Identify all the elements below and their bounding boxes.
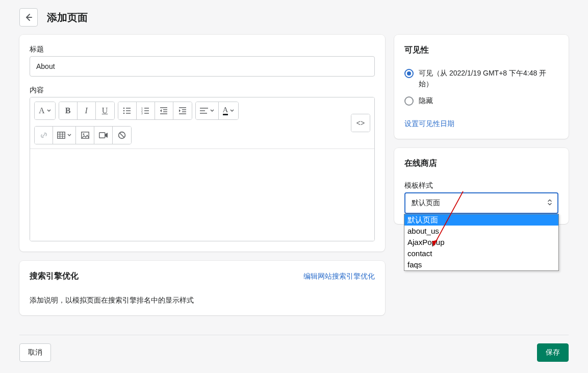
edit-seo-link[interactable]: 编辑网站搜索引擎优化 (303, 272, 375, 281)
outdent-button[interactable] (155, 102, 173, 119)
chevron-down-icon (230, 109, 234, 112)
template-label: 模板样式 (404, 181, 558, 190)
seo-description: 添加说明，以模拟页面在搜索引擎排名中的显示样式 (30, 296, 375, 305)
indent-icon (178, 107, 187, 115)
chevron-down-icon (67, 134, 71, 137)
page-title: 添加页面 (47, 11, 88, 24)
clear-format-button[interactable] (113, 127, 131, 144)
chevron-down-icon (210, 109, 214, 112)
content-label: 内容 (30, 86, 375, 95)
svg-rect-31 (99, 133, 105, 138)
table-dropdown[interactable] (53, 127, 76, 144)
align-left-icon (200, 108, 208, 114)
indent-button[interactable] (173, 102, 192, 119)
svg-text:3: 3 (141, 112, 143, 115)
heading-dropdown[interactable]: A (35, 102, 55, 119)
svg-rect-24 (58, 132, 65, 138)
save-button[interactable]: 保存 (537, 343, 569, 362)
svg-point-3 (123, 113, 125, 114)
text-color-dropdown[interactable]: A (219, 102, 239, 119)
table-icon (57, 132, 65, 139)
align-dropdown[interactable] (196, 102, 219, 119)
template-option[interactable]: faqs (404, 259, 558, 270)
visibility-hidden-option[interactable]: 隐藏 (404, 95, 558, 106)
template-option[interactable]: AjaxPopup (404, 237, 558, 248)
link-icon (40, 131, 48, 139)
title-label: 标题 (30, 45, 375, 54)
html-view-button[interactable]: <> (351, 114, 370, 132)
template-select[interactable]: 默认页面 (404, 192, 558, 214)
svg-point-2 (123, 110, 125, 112)
seo-title: 搜索引擎优化 (30, 271, 79, 282)
italic-button[interactable]: I (78, 102, 96, 119)
content-card: 标题 内容 A B I (19, 35, 385, 252)
hidden-label: 隐藏 (419, 95, 433, 106)
svg-point-30 (83, 134, 84, 135)
template-dropdown: 默认页面 about_us AjaxPopup contact faqs (404, 214, 559, 271)
select-sort-icon (547, 199, 552, 208)
visibility-visible-option[interactable]: 可见（从 2022/1/19 GMT+8 下午4:48 开始） (404, 68, 558, 89)
svg-line-33 (120, 133, 124, 138)
template-option[interactable]: 默认页面 (404, 214, 558, 226)
link-button[interactable] (35, 127, 53, 144)
video-button[interactable] (94, 127, 113, 144)
ordered-list-button[interactable]: 123 (137, 102, 155, 119)
video-icon (99, 132, 108, 138)
page-header: 添加页面 (0, 0, 588, 35)
bullet-list-button[interactable] (118, 102, 137, 119)
footer-actions: 取消 保存 (19, 335, 569, 362)
editor-toolbar: A B I U (30, 97, 374, 149)
outdent-icon (160, 107, 168, 115)
rich-text-editor: A B I U (30, 97, 375, 241)
heading-letter: A (39, 106, 45, 115)
radio-unchecked-icon (404, 96, 414, 106)
template-option[interactable]: about_us (404, 226, 558, 237)
editor-body[interactable] (30, 149, 374, 241)
online-store-card: 在线商店 模板样式 默认页面 默认页面 about_us AjaxPopup c… (394, 148, 569, 224)
template-option[interactable]: contact (404, 248, 558, 259)
bullet-list-icon (123, 107, 131, 115)
template-selected-value: 默认页面 (412, 198, 440, 208)
svg-point-1 (123, 108, 125, 109)
cancel-button[interactable]: 取消 (19, 343, 51, 362)
seo-card: 搜索引擎优化 编辑网站搜索引擎优化 添加说明，以模拟页面在搜索引擎排名中的显示样… (19, 261, 385, 315)
clear-format-icon (118, 131, 126, 139)
underline-button[interactable]: U (96, 102, 114, 119)
visibility-card: 可见性 可见（从 2022/1/19 GMT+8 下午4:48 开始） 隐藏 设… (394, 35, 569, 139)
visibility-title: 可见性 (404, 45, 558, 56)
radio-checked-icon (404, 69, 414, 78)
title-input[interactable] (30, 56, 375, 77)
back-button[interactable] (19, 8, 38, 27)
visible-label: 可见（从 2022/1/19 GMT+8 下午4:48 开始） (419, 68, 558, 89)
online-store-title: 在线商店 (404, 158, 558, 169)
ordered-list-icon: 123 (141, 107, 149, 115)
set-visibility-date-link[interactable]: 设置可见性日期 (404, 119, 454, 129)
image-icon (81, 132, 89, 139)
arrow-left-icon (23, 12, 34, 22)
bold-button[interactable]: B (59, 102, 78, 119)
chevron-down-icon (47, 109, 51, 112)
image-button[interactable] (76, 127, 94, 144)
